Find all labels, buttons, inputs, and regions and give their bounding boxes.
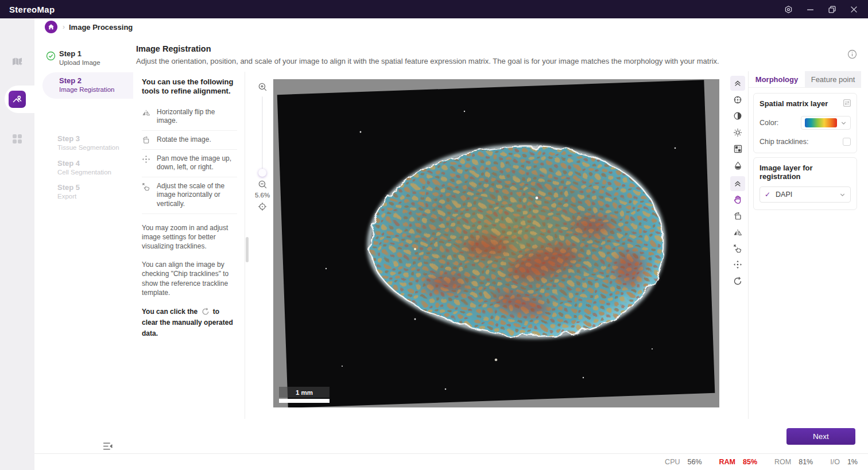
zoom-in-icon[interactable] [253,82,272,92]
collapse-adjust-group-icon[interactable] [730,76,745,91]
colormap-dropdown[interactable] [801,116,851,130]
page-title: Image Registration [136,44,211,53]
chevron-down-icon [840,120,847,126]
step-number: Step 5 [57,183,135,192]
panel-divider-handle[interactable] [246,237,249,262]
reset-transform-icon[interactable] [730,274,745,289]
tab-morphology[interactable]: Morphology [749,71,805,87]
instruction-text: Adjust the scale of the image horizontal… [157,182,237,209]
zoom-percent: 5.6% [253,192,272,199]
metric-value: 1% [847,458,858,466]
step-number: Step 1 [59,49,135,58]
color-row: Color: [760,116,851,130]
step-item-cell-segmentation: Step 4 Cell Segmentation [34,159,135,176]
step-label: Export [57,193,135,200]
specimen-image [273,79,719,407]
instruction-text: Horizontally flip the image. [157,108,237,126]
pan-icon [142,155,151,164]
step-item-export: Step 5 Export [34,183,135,200]
saturation-droplet-icon[interactable] [730,158,745,173]
note-reset: You can click the to clear the manually … [142,306,237,340]
tracklines-label: Chip tracklines: [760,138,808,146]
step-number: Step 2 [59,76,135,85]
rail-projects-map-icon[interactable] [0,52,34,72]
left-rail [0,18,34,470]
breadcrumb-chevron-icon: › [63,23,65,31]
invert-checkerboard-icon[interactable] [730,141,745,156]
note-reset-prefix: You can click the [142,308,197,316]
collapse-transform-group-icon[interactable] [730,176,745,191]
page-description: Adjust the orientation, position, and sc… [136,57,796,65]
tab-feature-point[interactable]: Feature point [805,71,861,87]
scale-icon [142,182,151,191]
settings-gear-icon[interactable] [780,2,797,16]
metric-label: RAM [719,458,735,466]
instruction-item-scale: Adjust the scale of the image horizontal… [142,177,237,214]
zoom-slider-handle[interactable] [258,169,266,177]
metric-value: 56% [688,458,702,466]
home-icon[interactable] [45,21,57,33]
chevron-down-icon [839,192,846,198]
metric-value: 81% [799,458,813,466]
brightness-icon[interactable] [730,125,745,140]
cpu-metric: CPU 56% [665,458,702,466]
step-item-upload-image[interactable]: Step 1 Upload Image [34,49,135,66]
collapse-steps-icon[interactable] [102,441,113,451]
fit-view-icon[interactable] [253,202,272,211]
color-label: Color: [760,119,778,127]
title-bar: StereoMap [0,0,868,18]
window-controls [780,2,868,16]
minimize-icon[interactable] [801,2,819,16]
image-viewer-canvas[interactable]: 1 mm [273,79,719,407]
image-icon [9,91,26,108]
status-bar: CPU 56% RAM 85% ROM 81% I/O 1% [0,453,868,470]
instruction-item-rotate: Rotate the image. [142,131,237,150]
step-number: Step 3 [57,134,135,143]
restore-icon[interactable] [823,2,840,16]
ram-metric: RAM 85% [719,458,758,466]
rail-apps-grid-icon[interactable] [0,129,34,149]
right-panel: Morphology Feature point Spatial matrix … [748,71,861,419]
scale-bar-line [279,399,330,403]
next-button[interactable]: Next [786,428,855,445]
rom-metric: ROM 81% [774,458,813,466]
flip-image-icon[interactable] [730,225,745,240]
move-image-icon[interactable] [730,257,745,272]
scale-bar: 1 mm [279,387,330,403]
spatial-matrix-title: Spatial matrix layer [760,99,851,108]
contrast-icon[interactable] [730,108,745,123]
registration-layer-card: Image layer for registration ✓ DAPI [753,157,857,210]
instruction-text: Rotate the image. [157,135,211,145]
info-icon[interactable] [847,49,857,59]
zoom-out-icon[interactable] [253,180,272,189]
panel-divider [245,72,245,419]
flip-horizontal-icon [142,108,151,117]
scale-gesture-icon[interactable] [730,241,745,256]
rail-image-processing-icon[interactable] [0,89,34,110]
selected-layer: DAPI [776,191,792,199]
page-header: Image Registration Adjust the orientatio… [135,36,868,72]
pan-hand-icon[interactable] [730,192,745,207]
zoom-slider-track[interactable] [262,96,263,174]
note-zoom: You may zoom in and adjust image setting… [142,223,237,251]
instruction-item-flip: Horizontally flip the image. [142,103,237,131]
breadcrumb-current: Image Processing [69,23,133,32]
layer-settings-icon[interactable] [843,99,851,107]
io-metric: I/O 1% [830,458,858,466]
right-panel-tabs: Morphology Feature point [749,71,861,88]
app-window: StereoMap [0,0,868,470]
colormap-swatch [805,118,837,127]
instruction-text: Pan move the image up, down, left, or ri… [157,154,237,172]
step-item-image-registration[interactable]: Step 2 Image Registration [34,72,135,93]
rotate-image-icon[interactable] [730,209,745,224]
note-align: You can align the image by checking "Chi… [142,260,237,297]
reset-icon [202,308,210,316]
check-icon: ✓ [765,191,770,199]
app-title: StereoMap [9,5,55,14]
instructions-heading: You can use the following tools to refin… [142,77,237,96]
layer-select-dropdown[interactable]: ✓ DAPI [760,187,851,203]
color-adjust-icon[interactable] [730,92,745,107]
close-icon[interactable] [845,2,862,16]
chip-tracklines-checkbox[interactable] [843,138,851,146]
scale-bar-label: 1 mm [279,387,330,398]
